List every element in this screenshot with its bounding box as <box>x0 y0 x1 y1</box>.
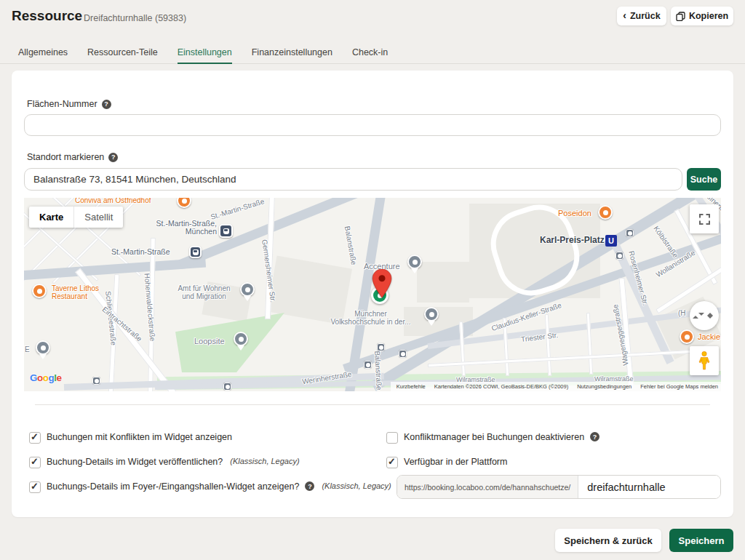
transit-stop-icon[interactable] <box>615 252 624 260</box>
map-road <box>586 313 593 375</box>
ubahn-icon[interactable]: U <box>605 235 617 247</box>
poi-icon[interactable] <box>36 340 50 355</box>
station-label-st-martin[interactable]: St.-Martin-Straße <box>111 248 170 256</box>
transit-stop-icon[interactable] <box>364 361 372 369</box>
page-title: Ressource <box>12 8 82 24</box>
tab-check-in[interactable]: Check-in <box>352 43 388 63</box>
tab-finanzeinstellungen[interactable]: Finanzeinstellungen <box>252 43 332 63</box>
street-label: Balanstraße <box>343 225 358 265</box>
checkbox-row-konflikte-widget: Buchungen mit Konflikten im Widget anzei… <box>29 432 232 444</box>
restaurant-poi-icon[interactable] <box>32 284 47 298</box>
checkbox-label: Konfliktmanager bei Buchungen deaktivier… <box>404 432 584 442</box>
checkbox-row-foyer-widget: Buchungs-Details im Foyer-/Eingangshalle… <box>29 481 391 493</box>
restaurant-poi-icon[interactable] <box>680 329 694 344</box>
save-and-back-button[interactable]: Speichern & zurück <box>555 529 661 552</box>
map-type-satellit-button[interactable]: Satellit <box>74 207 123 228</box>
chevron-left-icon: ‹ <box>623 9 626 21</box>
standort-input[interactable] <box>24 168 682 191</box>
pan-right-icon[interactable] <box>710 313 716 319</box>
checkbox-label: Buchungs-Details im Foyer-/Eingangshalle… <box>47 481 299 492</box>
transit-stop-icon[interactable] <box>223 383 231 391</box>
office-poi-icon[interactable] <box>234 332 248 346</box>
back-button-label: Zurück <box>630 11 661 21</box>
checkbox-label: Buchungen mit Konflikten im Widget anzei… <box>47 432 232 442</box>
poi-label-fragment: (H <box>678 309 686 317</box>
pan-up-icon[interactable] <box>693 313 698 319</box>
poi-label-conviva[interactable]: Conviva am Ostfriedhof <box>75 198 151 204</box>
school-poi-icon[interactable] <box>424 307 439 321</box>
checkbox-row-plattform: Verfügbar in der Plattform <box>386 457 507 468</box>
pan-control[interactable] <box>690 301 719 330</box>
terms-link[interactable]: Nutzungsbedingungen <box>577 383 632 390</box>
help-icon[interactable] <box>305 481 314 491</box>
tab-allgemeines[interactable]: Allgemeines <box>18 43 68 63</box>
standort-label-text: Standort markieren <box>27 152 104 162</box>
government-poi-icon[interactable] <box>240 282 255 297</box>
help-icon[interactable] <box>590 432 599 441</box>
poi-label-jackie[interactable]: Jackie <box>698 333 720 341</box>
sbahn-station-icon[interactable] <box>189 246 202 258</box>
pegman-button[interactable] <box>690 346 719 375</box>
save-button[interactable]: Speichern <box>669 529 733 552</box>
tab-bar: Allgemeines Ressourcen-Teile Einstellung… <box>0 43 745 64</box>
station-label-st-martin-muenchen[interactable]: St.-Martin-Straße, München <box>126 220 217 236</box>
section-divider <box>35 404 710 405</box>
map-road <box>545 314 551 376</box>
checkbox-checked[interactable] <box>29 481 41 493</box>
transit-stop-icon[interactable] <box>626 229 634 237</box>
checkbox-checked[interactable] <box>386 457 398 468</box>
transit-stop-icon[interactable] <box>399 350 407 358</box>
page: Ressource Dreifachturnhalle (59383) ‹ Zu… <box>0 0 745 560</box>
street-label: St.-Martin-Straße <box>210 198 266 221</box>
sbahn-station-icon[interactable] <box>219 224 233 238</box>
transit-stop-icon[interactable] <box>92 377 100 385</box>
poi-label-poseidon[interactable]: Poseidon <box>558 209 591 217</box>
checkbox-label: Buchung-Details im Widget veröffentliche… <box>47 457 223 467</box>
flaechen-nummer-label: Flächen-Nummer <box>27 99 111 109</box>
standort-label: Standort markieren <box>27 152 118 162</box>
booking-slug-input[interactable] <box>578 476 720 498</box>
map-building <box>417 262 469 303</box>
help-icon[interactable] <box>102 100 111 109</box>
poi-label-taverne[interactable]: Taverne Lithos Restaurant <box>52 284 99 300</box>
booking-url-prefix: https://booking.locaboo.com/de/hannahsch… <box>397 476 578 498</box>
flaechen-nummer-input[interactable] <box>24 114 721 136</box>
checkbox-checked[interactable] <box>29 457 41 468</box>
station-label-karl-preis-platz[interactable]: Karl-Preis-Platz <box>540 236 605 244</box>
poi-label-vhs[interactable]: Münchner Volkshochschule in der... <box>322 310 419 326</box>
help-icon[interactable] <box>108 153 118 162</box>
office-poi-icon[interactable] <box>407 255 422 269</box>
transit-stop-icon[interactable] <box>377 343 385 351</box>
map-pin-icon[interactable] <box>372 269 392 298</box>
map-road-st-martin-east <box>179 198 439 269</box>
poi-label-loopsite[interactable]: Loopsite <box>194 337 225 345</box>
google-logo[interactable]: Google <box>30 372 62 383</box>
restaurant-poi-icon[interactable] <box>598 205 613 220</box>
pan-down-icon[interactable] <box>698 313 704 319</box>
keyboard-shortcuts-link[interactable]: Kurzbefehle <box>397 383 426 390</box>
checkbox-row-details-veroeffentlichen: Buchung-Details im Widget veröffentliche… <box>29 457 300 468</box>
checkbox-row-konfliktmanager: Konfliktmanager bei Buchungen deaktivier… <box>386 432 599 444</box>
report-error-link[interactable]: Fehler bei Google Maps melden <box>640 383 718 390</box>
copy-button[interactable]: Kopieren <box>671 7 733 25</box>
tab-ressourcen-teile[interactable]: Ressourcen-Teile <box>87 43 158 63</box>
checkbox-label: Verfügbar in der Plattform <box>404 457 507 467</box>
google-map[interactable]: St.-Martin-Straße Germersheimer Str. Bal… <box>24 198 721 391</box>
map-type-control: Karte Satellit <box>29 207 123 228</box>
pegman-icon <box>698 351 710 370</box>
map-data-text: Kartendaten ©2026 COWI, GeoBasis-DE/BKG … <box>434 383 568 390</box>
restaurant-poi-icon[interactable] <box>177 198 191 208</box>
poi-label-fragment: E <box>25 345 30 353</box>
tab-einstellungen[interactable]: Einstellungen <box>178 43 232 63</box>
fullscreen-button[interactable] <box>690 204 719 233</box>
checkbox-checked[interactable] <box>29 432 41 444</box>
pan-left-icon[interactable] <box>704 313 710 319</box>
map-park <box>175 313 284 372</box>
poi-label-amt[interactable]: Amt für Wohnen und Migration <box>170 284 239 300</box>
checkbox-suffix: (Klassisch, Legacy) <box>230 457 299 465</box>
map-type-karte-button[interactable]: Karte <box>29 207 74 228</box>
map-attribution: Kurzbefehle Kartendaten ©2026 COWI, GeoB… <box>391 382 721 391</box>
back-button[interactable]: ‹ Zurück <box>617 7 666 25</box>
checkbox-unchecked[interactable] <box>386 432 398 444</box>
suche-button[interactable]: Suche <box>687 168 721 191</box>
